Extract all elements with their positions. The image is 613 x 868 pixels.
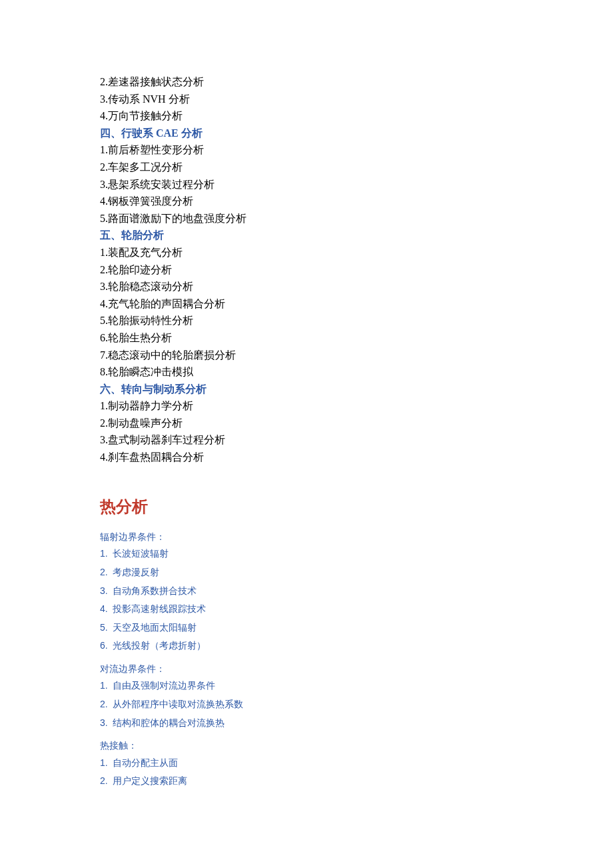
list-item: 7.稳态滚动中的轮胎磨损分析: [100, 347, 613, 364]
list-item: 6. 光线投射（考虑折射）: [100, 637, 613, 655]
section-4-heading: 四、行驶系 CAE 分析: [100, 125, 613, 142]
list-item-text: 从外部程序中读取对流换热系数: [113, 699, 243, 709]
thermal-heading: 热分析: [100, 494, 613, 519]
list-item: 2.车架多工况分析: [100, 159, 613, 176]
list-item: 3. 结构和腔体的耦合对流换热: [100, 714, 613, 733]
list-item-text: 自动角系数拼合技术: [113, 586, 197, 596]
list-item: 5. 天空及地面太阳辐射: [100, 619, 613, 637]
list-item: 1. 长波短波辐射: [100, 545, 613, 563]
body-text: 2.差速器接触状态分析 3.传动系 NVH 分析 4.万向节接触分析 四、行驶系…: [100, 73, 613, 791]
list-item: 5.轮胎振动特性分析: [100, 312, 613, 329]
list-item: 4.充气轮胎的声固耦合分析: [100, 295, 613, 313]
list-item: 3. 自动角系数拼合技术: [100, 582, 613, 601]
list-item: 2. 从外部程序中读取对流换热系数: [100, 695, 613, 714]
list-item-text: 长波短波辐射: [113, 549, 169, 559]
list-item: 2.轮胎印迹分析: [100, 261, 613, 279]
list-item: 1. 自动分配主从面: [100, 754, 613, 773]
list-item-text: 考虑漫反射: [113, 567, 159, 577]
thermal-group-contact: 热接触： 1. 自动分配主从面 2. 用户定义搜索距离: [100, 739, 613, 791]
thermal-group-label: 辐射边界条件：: [100, 530, 613, 545]
thermal-group-convection: 对流边界条件： 1. 自由及强制对流边界条件 2. 从外部程序中读取对流换热系数…: [100, 662, 613, 732]
list-item: 8.轮胎瞬态冲击模拟: [100, 363, 613, 381]
list-item: 6.轮胎生热分析: [100, 329, 613, 347]
list-item: 5.路面谱激励下的地盘强度分析: [100, 210, 613, 227]
list-item-text: 自由及强制对流边界条件: [113, 681, 215, 691]
list-item: 4. 投影高速射线跟踪技术: [100, 600, 613, 619]
list-item: 1.制动器静力学分析: [100, 397, 613, 415]
list-item: 1.装配及充气分析: [100, 244, 613, 261]
list-item-text: 投影高速射线跟踪技术: [113, 604, 206, 614]
list-item: 4.刹车盘热固耦合分析: [100, 449, 613, 466]
list-item: 1.前后桥塑性变形分析: [100, 141, 613, 159]
list-item-text: 结构和腔体的耦合对流换热: [113, 718, 225, 728]
section-6-heading: 六、转向与制动系分析: [100, 381, 613, 398]
thermal-group-label: 对流边界条件：: [100, 662, 613, 677]
list-item: 4.万向节接触分析: [100, 107, 613, 125]
list-item-text: 自动分配主从面: [113, 758, 178, 768]
section-5-heading: 五、轮胎分析: [100, 227, 613, 244]
list-item: 4.钢板弹簧强度分析: [100, 193, 613, 210]
list-item: 2.制动盘噪声分析: [100, 415, 613, 432]
list-item-text: 光线投射（考虑折射）: [113, 641, 206, 651]
list-item: 2.差速器接触状态分析: [100, 73, 613, 91]
list-item: 2. 考虑漫反射: [100, 563, 613, 582]
list-item: 3.盘式制动器刹车过程分析: [100, 431, 613, 449]
list-item: 3.传动系 NVH 分析: [100, 91, 613, 108]
list-item: 1. 自由及强制对流边界条件: [100, 677, 613, 695]
thermal-group-label: 热接触：: [100, 739, 613, 753]
list-item-text: 用户定义搜索距离: [113, 776, 187, 786]
list-item: 2. 用户定义搜索距离: [100, 772, 613, 791]
list-item: 3.轮胎稳态滚动分析: [100, 278, 613, 295]
list-item: 3.悬架系统安装过程分析: [100, 176, 613, 193]
thermal-group-radiation: 辐射边界条件： 1. 长波短波辐射 2. 考虑漫反射 3. 自动角系数拼合技术 …: [100, 530, 613, 655]
list-item-text: 天空及地面太阳辐射: [113, 623, 197, 633]
